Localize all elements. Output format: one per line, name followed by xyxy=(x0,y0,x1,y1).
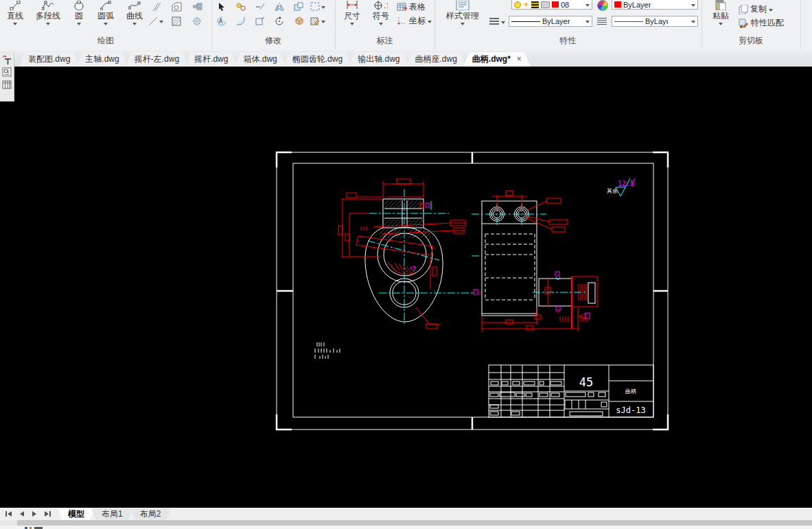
dropdown-arrow-icon[interactable] xyxy=(159,21,163,23)
circle-icon xyxy=(73,0,84,10)
color-dropdown[interactable]: ByLayer xyxy=(612,0,698,10)
3d-orbit-button[interactable] xyxy=(291,14,306,27)
hatch-icon xyxy=(172,16,181,26)
lineweight-list-button[interactable] xyxy=(489,18,505,25)
dropdown-arrow-icon[interactable] xyxy=(769,9,773,12)
polyline-tool-button[interactable]: 多段线 xyxy=(30,0,66,25)
copy-icon xyxy=(739,5,748,14)
dropdown-arrow-icon[interactable] xyxy=(428,21,432,23)
first-layout-button[interactable] xyxy=(5,511,12,517)
layout2-tab[interactable]: 布局2 xyxy=(130,508,172,520)
drawing-canvas[interactable]: 其余 12.5 45 曲柄 xyxy=(0,67,812,508)
dropdown-arrow-icon[interactable] xyxy=(350,23,354,25)
file-tab-label: 椭圆齿轮.dwg xyxy=(292,54,343,64)
construction-line-tool-button[interactable] xyxy=(148,14,163,27)
offset-icon xyxy=(255,16,265,25)
coordinate-icon xyxy=(397,16,407,25)
symbol-tool-button[interactable]: .1 符号 xyxy=(369,0,393,25)
dropdown-arrow-icon[interactable] xyxy=(379,23,383,25)
circle-tool-button[interactable]: 圆 xyxy=(67,0,91,25)
copy-button[interactable]: 复制 xyxy=(739,3,773,15)
find-text-button[interactable]: A xyxy=(214,14,229,27)
paste-button[interactable]: 粘贴 xyxy=(707,0,734,25)
join-tool-button[interactable] xyxy=(291,0,306,13)
file-tab-2[interactable]: 主轴.dwg xyxy=(76,52,128,67)
close-tab-icon[interactable]: × xyxy=(517,52,522,67)
copy-object-button[interactable] xyxy=(233,0,248,13)
coordinate-tool-button[interactable]: 坐标 xyxy=(397,15,432,27)
array-icon xyxy=(310,2,320,11)
dropdown-arrow-icon[interactable] xyxy=(585,21,590,23)
array-tool-button[interactable] xyxy=(310,0,325,13)
rotate-icon xyxy=(275,16,284,26)
spline-tool-button[interactable]: 曲线 xyxy=(121,0,148,25)
paste-label: 粘贴 xyxy=(712,10,729,21)
dimension-tool-button[interactable]: 尺寸 xyxy=(340,0,364,25)
text-style-tool-button[interactable] xyxy=(1,54,12,65)
linetype-dropdown[interactable]: ByLayer xyxy=(509,16,592,27)
file-tab-7[interactable]: 输出轴.dwg xyxy=(349,52,408,67)
select-tool-button[interactable] xyxy=(214,0,229,13)
dropdown-arrow-icon[interactable] xyxy=(46,23,50,25)
dropdown-arrow-icon[interactable] xyxy=(585,4,590,7)
wipeout-tool-button[interactable] xyxy=(169,0,184,13)
last-layout-button[interactable] xyxy=(45,511,51,517)
file-tab-4[interactable]: 摇杆.dwg xyxy=(185,52,237,67)
command-line-edge[interactable] xyxy=(0,526,812,529)
layer-color-swatch xyxy=(552,1,559,8)
dropdown-arrow-icon[interactable] xyxy=(719,23,723,25)
lineweight-dropdown[interactable]: ByLayı xyxy=(612,16,698,27)
hatch-tool-button[interactable] xyxy=(169,14,184,27)
gear-library-button[interactable] xyxy=(189,14,205,27)
line-tool-button[interactable]: 直线 xyxy=(1,0,29,25)
dropdown-arrow-icon[interactable] xyxy=(77,23,81,25)
file-tab-active[interactable]: 曲柄.dwg* × xyxy=(463,52,531,67)
edit-hatch-button[interactable] xyxy=(310,14,325,27)
model-tab[interactable]: 模型 xyxy=(58,508,95,520)
next-layout-button[interactable] xyxy=(32,511,36,517)
select-arrow-icon xyxy=(218,2,226,11)
file-tab-8[interactable]: 曲柄座.dwg xyxy=(406,52,466,67)
previous-layout-button[interactable] xyxy=(20,511,24,517)
bolt-library-button[interactable] xyxy=(189,0,205,13)
join-icon xyxy=(294,2,303,11)
file-tab-3[interactable]: 摇杆-左.dwg xyxy=(126,52,188,67)
match-properties-icon xyxy=(739,19,749,28)
match-properties-button[interactable]: 特性匹配 xyxy=(739,17,784,29)
dropdown-arrow-icon[interactable] xyxy=(461,23,465,25)
properties-panel-label: 特性 xyxy=(434,35,701,47)
dropdown-arrow-icon[interactable] xyxy=(321,6,325,9)
construction-line-icon xyxy=(148,16,157,26)
style-manager-button[interactable]: 样式管理 xyxy=(441,0,484,25)
coordinate-tool-label: 坐标 xyxy=(409,15,426,27)
roughness-prefix-text: 其余 xyxy=(607,188,618,194)
rotate-tool-button[interactable] xyxy=(272,14,287,27)
arc-tool-button[interactable]: 圆弧 xyxy=(92,0,119,25)
line-icon xyxy=(10,0,21,10)
multiline-tool-button[interactable] xyxy=(148,0,163,13)
block-edit-tool-button[interactable] xyxy=(1,67,12,78)
dropdown-arrow-icon[interactable] xyxy=(321,21,325,23)
ribbon-panel-clipboard: 粘贴 复制 特性匹配 剪切板 xyxy=(701,0,801,49)
trim-tool-button[interactable] xyxy=(253,0,268,13)
block-icon xyxy=(2,67,12,77)
dropdown-arrow-icon[interactable] xyxy=(13,23,17,25)
table-style-tool-button[interactable] xyxy=(1,79,12,90)
table-tool-button[interactable]: 表格 xyxy=(397,1,426,13)
file-tab-6[interactable]: 椭圆齿轮.dwg xyxy=(283,52,351,67)
mirror-tool-button[interactable] xyxy=(272,0,287,13)
lineweight-display-icon[interactable] xyxy=(597,18,607,25)
offset-tool-button[interactable] xyxy=(253,14,268,27)
fillet-tool-button[interactable] xyxy=(233,14,248,27)
file-tab-1[interactable]: 装配图.dwg xyxy=(19,52,79,67)
dropdown-arrow-icon[interactable] xyxy=(132,23,137,25)
ribbon-panel-properties: 样式管理 ☀ 08 ByLayer xyxy=(434,0,702,49)
dropdown-arrow-icon[interactable] xyxy=(691,4,695,7)
dropdown-arrow-icon[interactable] xyxy=(104,23,108,25)
file-tab-5[interactable]: 箱体.dwg xyxy=(234,52,286,67)
dropdown-arrow-icon[interactable] xyxy=(691,21,695,23)
layout1-tab[interactable]: 布局1 xyxy=(91,508,133,520)
color-wheel-icon[interactable] xyxy=(597,0,608,11)
layer-dropdown[interactable]: ☀ 08 xyxy=(511,0,592,10)
dropdown-arrow-icon[interactable] xyxy=(501,21,505,24)
